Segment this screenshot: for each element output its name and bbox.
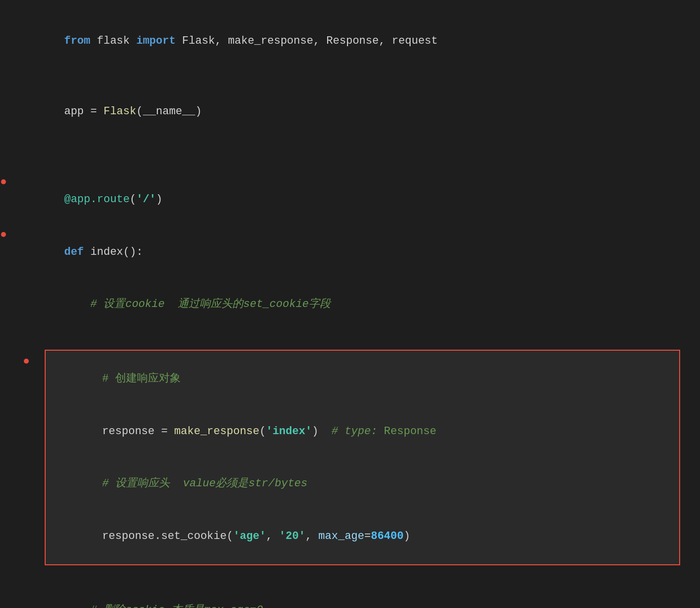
box1-dot-3 bbox=[24, 463, 29, 468]
line-8-text: # 设置cookie 通过响应头的set_cookie字段 bbox=[25, 278, 331, 331]
code-line-4 bbox=[25, 138, 690, 155]
box1-dot-2 bbox=[24, 411, 29, 416]
box1-text-4: response.set_cookie('age', '20', max_age… bbox=[50, 510, 410, 563]
box1-text-2: response = make_response('index') # type… bbox=[50, 405, 436, 457]
line-dot-1 bbox=[1, 21, 6, 26]
code-line-7: def index(): bbox=[25, 226, 690, 279]
code-editor: from flask import Flask, make_response, … bbox=[0, 10, 700, 608]
code-line-6: @app.route('/') bbox=[25, 173, 690, 226]
box1-line-2: response = make_response('index') # type… bbox=[50, 405, 675, 457]
line-7-text: def index(): bbox=[25, 226, 143, 279]
line-15-text: # 删除cookie 本质是max-age=0 bbox=[25, 584, 263, 608]
box1-dot-4 bbox=[24, 516, 29, 521]
line-dot-8 bbox=[1, 284, 6, 289]
code-line-8: # 设置cookie 通过响应头的set_cookie字段 bbox=[25, 278, 690, 331]
code-line-14 bbox=[25, 566, 690, 584]
line-1-text: from flask import Flask, make_response, … bbox=[25, 15, 438, 68]
line-6-text: @app.route('/') bbox=[25, 173, 162, 226]
line-dot-7 bbox=[1, 232, 6, 237]
code-line-15: # 删除cookie 本质是max-age=0 bbox=[25, 584, 690, 608]
box1-line-4: response.set_cookie('age', '20', max_age… bbox=[50, 510, 675, 563]
line-dot-3 bbox=[1, 91, 6, 96]
code-line-5 bbox=[25, 155, 690, 173]
box1-text-3: # 设置响应头 value必须是str/bytes bbox=[50, 457, 307, 510]
code-line-1: from flask import Flask, make_response, … bbox=[25, 15, 690, 68]
box1-line-3: # 设置响应头 value必须是str/bytes bbox=[50, 457, 675, 510]
code-line-3: app = Flask(__name__) bbox=[25, 85, 690, 138]
highlight-box-1: # 创建响应对象 response = make_response('index… bbox=[45, 350, 680, 565]
box1-dot-1 bbox=[24, 359, 29, 364]
line-3-text: app = Flask(__name__) bbox=[25, 85, 202, 138]
box1-line-1: # 创建响应对象 bbox=[50, 353, 675, 405]
code-line-2 bbox=[25, 68, 690, 85]
line-dot-15 bbox=[1, 590, 6, 595]
box1-text-1: # 创建响应对象 bbox=[50, 353, 181, 405]
line-dot-6 bbox=[1, 179, 6, 184]
code-line-9 bbox=[25, 331, 690, 349]
